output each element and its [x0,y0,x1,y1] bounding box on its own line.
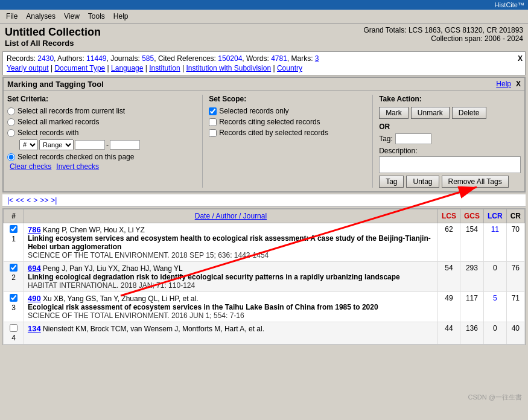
menu-analyses[interactable]: Analyses [22,11,59,22]
row-gcs: 117 [460,292,483,322]
tag-action-btns: Tag Untag Remove All Tags [379,176,521,188]
remove-all-tags-button[interactable]: Remove All Tags [442,176,509,188]
row-num: 1 [4,223,24,262]
desc-input[interactable] [379,156,521,173]
close-x[interactable]: X [518,54,523,63]
col-header-lcr[interactable]: LCR [483,209,506,223]
row-cr: 76 [506,262,524,292]
range-type-select[interactable]: Range [39,139,74,150]
criteria-radio-2[interactable] [7,118,15,126]
page-next-next[interactable]: >> [40,196,48,205]
record-authors: Nienstedt KM, Brock TCM, van Wensem J, M… [43,325,264,333]
col-header-main[interactable]: Date / Author / Journal [24,209,437,223]
criteria-label-4: Select records checked on this page [17,153,134,161]
marking-tool-close[interactable]: X [516,80,521,89]
menu-help[interactable]: Help [110,11,132,22]
scope-check-3[interactable] [209,129,217,137]
page-last[interactable]: >| [51,196,57,205]
table-row: 1 786 Kang P, Chen WP, Hou X, Li YZ Link… [4,223,525,262]
untag-button[interactable]: Untag [406,176,439,188]
row-lcr: 0 [483,262,506,292]
row-checkbox[interactable] [10,294,17,302]
col-date-link[interactable]: Date / Author / Journal [195,212,267,220]
or-label: OR [379,122,521,131]
cited-refs-label: Cited References: [158,54,218,63]
menu-file[interactable]: File [2,11,21,22]
invert-checks-link[interactable]: Invert checks [56,162,99,171]
grand-totals: Grand Totals: LCS 1863, GCS 81320, CR 20… [363,26,523,34]
unmark-button[interactable]: Unmark [411,107,450,119]
scope-check-2[interactable] [209,118,217,126]
criteria-option-4: Select records checked on this page [7,153,196,161]
info-nav: Yearly output | Document Type | Language… [7,64,521,72]
desc-label: Description: [379,147,521,155]
table-row: 4 134 Nienstedt KM, Brock TCM, van Wense… [4,322,525,345]
app-header: Untitled Collection List of All Records … [0,24,528,50]
row-checkbox[interactable] [10,324,17,332]
scope-label-3: Records cited by selected records [219,129,328,137]
record-journal: SCIENCE OF THE TOTAL ENVIRONMENT. 2018 S… [28,251,434,259]
scope-check-1[interactable] [209,107,217,115]
scope-label-2: Records citing selected records [219,118,320,126]
tag-label: Tag: [379,135,393,143]
scope-label-1: Selected records only [219,107,288,115]
criteria-radio-3[interactable] [7,129,15,137]
criteria-radio-1[interactable] [7,107,15,115]
row-checkbox[interactable] [10,264,17,272]
range-prefix-select[interactable]: # [19,139,38,150]
page-first[interactable]: |< [7,196,13,205]
col-header-gcs[interactable]: GCS [460,209,483,223]
records-count: 2430 [37,54,54,63]
range-end-input[interactable] [110,140,140,150]
range-start-input[interactable] [75,140,105,150]
menu-view[interactable]: View [60,11,83,22]
help-link[interactable]: Help [496,80,511,89]
record-authors: Xu XB, Yang GS, Tan Y, Zhuang QL, Li HP,… [43,294,199,303]
marks-label: Marks: [291,54,315,63]
page-next[interactable]: > [33,196,37,205]
table-row: 2 694 Peng J, Pan YJ, Liu YX, Zhao HJ, W… [4,262,525,292]
row-num: 3 [4,292,24,322]
record-id[interactable]: 694 [28,264,41,273]
scope-option-3: Records cited by selected records [209,129,366,137]
institution-subdivision-link[interactable]: Institution with Subdivision [186,64,271,72]
pagination-bar: |< << < > >> >| [2,194,526,207]
record-id[interactable]: 490 [28,294,41,303]
menu-tools[interactable]: Tools [84,11,109,22]
row-content: 490 Xu XB, Yang GS, Tan Y, Zhuang QL, Li… [24,292,437,322]
mark-button[interactable]: Mark [379,107,409,119]
scope-title: Set Scope: [209,95,366,103]
marks-link[interactable]: 3 [315,54,319,63]
institution-link[interactable]: Institution [149,64,180,72]
yearly-output-link[interactable]: Yearly output [7,64,49,72]
page-prev[interactable]: < [27,196,31,205]
row-num: 4 [4,322,24,345]
row-number: 4 [11,334,16,342]
tag-input[interactable] [395,133,431,144]
col-header-lcs[interactable]: LCS [437,209,460,223]
row-lcr: 11 [483,223,506,262]
delete-button[interactable]: Delete [452,107,486,119]
row-checkbox[interactable] [10,225,17,233]
menu-bar: File Analyses View Tools Help [0,10,528,24]
col-header-num: # [4,209,24,223]
record-id[interactable]: 134 [28,324,41,333]
doc-type-link[interactable]: Document Type [54,64,105,72]
app-title: HistCite™ [494,1,524,8]
row-lcr: 5 [483,292,506,322]
row-lcr: 0 [483,322,506,345]
scope-option-1: Selected records only [209,107,366,115]
clear-checks-link[interactable]: Clear checks [10,162,51,171]
record-id[interactable]: 786 [28,225,41,234]
row-number: 2 [11,273,16,282]
row-lcs: 62 [437,223,460,262]
criteria-radio-4[interactable] [7,153,15,161]
country-link[interactable]: Country [277,64,302,72]
tag-button[interactable]: Tag [379,176,404,188]
page-prev-prev[interactable]: << [16,196,24,205]
col-header-cr[interactable]: CR [506,209,524,223]
language-link[interactable]: Language [111,64,143,72]
row-number: 3 [11,304,16,312]
row-cr: 40 [506,322,524,345]
row-content: 786 Kang P, Chen WP, Hou X, Li YZ Linkin… [24,223,437,262]
